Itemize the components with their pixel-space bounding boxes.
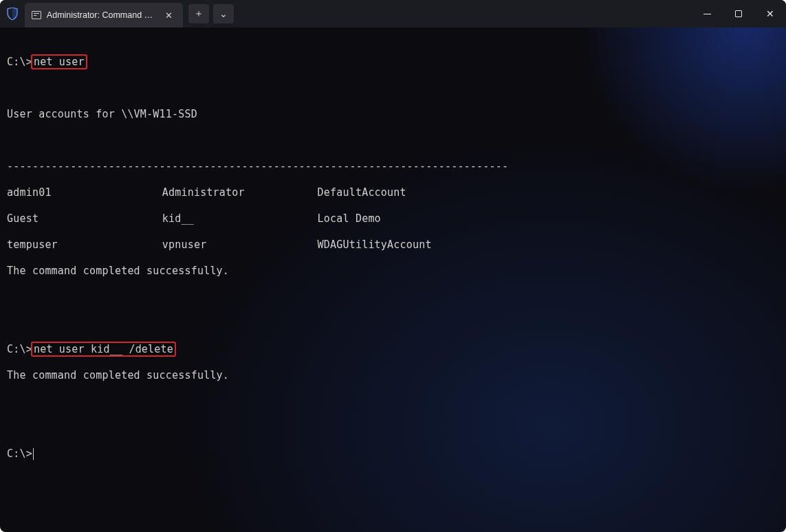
new-tab-button[interactable]: ＋ [188,4,209,23]
close-icon: ✕ [766,9,774,19]
prompt: C:\> [7,447,32,460]
accounts-header: User accounts for \\VM-W11-SSD [7,108,779,121]
tab-title: Administrator: Command Pro [47,10,156,20]
tab-close-button[interactable]: ✕ [162,9,176,22]
prompt: C:\> [7,56,32,68]
titlebar-drag-region[interactable] [239,0,691,27]
window-close-button[interactable]: ✕ [754,0,786,27]
minimize-icon [703,14,711,14]
maximize-button[interactable] [723,0,754,27]
user-row-2: Guestkid__Local Demo [7,212,779,225]
prompt: C:\> [7,343,32,355]
cmd-net-user-delete: net user kid__ /delete [32,343,175,355]
success-msg-2: The command completed successfully. [7,369,779,382]
uac-shield-icon [0,0,25,27]
cmd-net-user: net user [32,56,86,68]
success-msg-1: The command completed successfully. [7,265,779,278]
title-bar[interactable]: Administrator: Command Pro ✕ ＋ ⌄ ✕ [0,0,786,27]
tab-cmd-admin[interactable]: Administrator: Command Pro ✕ [25,3,183,27]
maximize-icon [735,10,742,17]
tab-actions: ＋ ⌄ [183,0,239,27]
terminal-window: Administrator: Command Pro ✕ ＋ ⌄ ✕ C:\>n… [0,0,786,532]
tab-dropdown-button[interactable]: ⌄ [213,4,234,23]
window-controls: ✕ [691,0,786,27]
user-row-1: admin01AdministratorDefaultAccount [7,186,779,199]
cmd-icon [32,11,41,19]
minimize-button[interactable] [691,0,723,27]
text-cursor [33,448,34,460]
separator: ----------------------------------------… [7,160,779,173]
terminal-output[interactable]: C:\>net user User accounts for \\VM-W11-… [0,27,786,532]
user-row-3: tempuservpnuserWDAGUtilityAccount [7,239,779,252]
